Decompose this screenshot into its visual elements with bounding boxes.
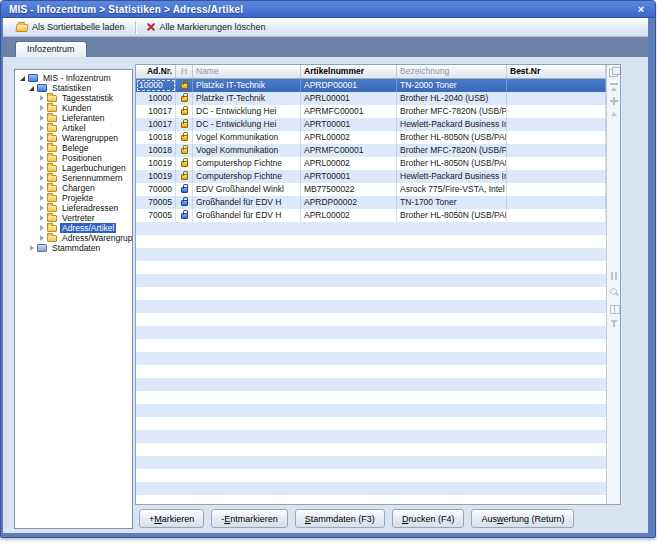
collapse-arrow-icon[interactable]	[38, 144, 46, 152]
toolbar: Als Sortiertabelle laden Alle Markierung…	[3, 18, 648, 37]
folder-icon	[47, 165, 57, 172]
tree-item-mis-infozentrum[interactable]: MIS - Infozentrum	[15, 73, 132, 83]
collapse-arrow-icon[interactable]	[38, 114, 46, 122]
table-row[interactable]: 70000 EDV Großhandel Winkl MB77500022 As…	[136, 183, 606, 196]
drucken-button[interactable]: Drucken (F4)	[392, 509, 465, 528]
tab-infozentrum[interactable]: Infozentrum	[15, 41, 87, 57]
filter-icon[interactable]	[609, 319, 619, 329]
table-row[interactable]: 10000 Platzke IT-Technik APRL00001 Broth…	[136, 92, 606, 105]
collapse-arrow-icon[interactable]	[38, 134, 46, 142]
tree-item-stammdaten[interactable]: Stammdaten	[15, 243, 132, 253]
load-sort-table-button[interactable]: Als Sortiertabelle laden	[9, 19, 132, 36]
tree-item-adress-warengruppen[interactable]: Adress/Warengruppen	[15, 233, 132, 243]
tree-item-adress-artikel[interactable]: Adress/Artikel	[15, 223, 132, 233]
expand-arrow-icon[interactable]	[19, 74, 27, 82]
expand-arrow-icon[interactable]	[28, 84, 36, 92]
tree-item-warengruppen[interactable]: Warengruppen	[15, 133, 132, 143]
markieren-button[interactable]: + Markieren	[139, 509, 204, 528]
grid-view-icon[interactable]	[609, 304, 619, 314]
collapse-arrow-icon[interactable]	[38, 94, 46, 102]
auswertung-button[interactable]: Auswertung (Return)	[471, 509, 574, 528]
folder-icon	[47, 235, 57, 242]
insert-icon[interactable]	[609, 96, 619, 106]
clear-marks-label: Alle Markierungen löschen	[160, 22, 266, 32]
stammdaten-button[interactable]: Stammdaten (F3)	[295, 509, 385, 528]
collapse-arrow-icon[interactable]	[38, 154, 46, 162]
freeze-columns-icon[interactable]	[609, 271, 619, 281]
folder-icon	[47, 95, 57, 102]
tree-item-chargen[interactable]: Chargen	[15, 183, 132, 193]
table-row[interactable]: 10018 Vogel Kommunikation APRL00002 Brot…	[136, 131, 606, 144]
table-row[interactable]: 70005 Großhandel für EDV H APRL00002 Bro…	[136, 209, 606, 222]
column-chooser-icon[interactable]	[609, 67, 619, 77]
column-header-bezeichnung[interactable]: Bezeichnung	[397, 65, 507, 78]
folder-icon	[47, 195, 57, 202]
table-row[interactable]: 10017 DC - Entwicklung Hei APRMFC00001 B…	[136, 105, 606, 118]
app-icon	[37, 84, 47, 92]
tree-item-lieferadressen[interactable]: Lieferadressen	[15, 203, 132, 213]
collapse-arrow-icon[interactable]	[38, 104, 46, 112]
table-row[interactable]: 10019 Computershop Fichtne APRL00002 Bro…	[136, 157, 606, 170]
tree-item-kunden[interactable]: Kunden	[15, 103, 132, 113]
load-sort-table-label: Als Sortiertabelle laden	[32, 22, 125, 32]
collapse-arrow-icon[interactable]	[38, 164, 46, 172]
empty-rows-area	[136, 222, 606, 504]
lock-icon	[181, 200, 188, 206]
collapse-arrow-icon[interactable]	[38, 184, 46, 192]
lock-icon	[181, 213, 188, 219]
collapse-arrow-icon[interactable]	[38, 234, 46, 242]
lock-icon	[181, 174, 188, 180]
collapse-arrow-icon[interactable]	[38, 124, 46, 132]
lock-icon	[181, 187, 188, 193]
tree-item-statistiken[interactable]: Statistiken	[15, 83, 132, 93]
navigation-tree: MIS - Infozentrum Statistiken Tagesstati…	[14, 69, 133, 529]
collapse-arrow-icon[interactable]	[38, 194, 46, 202]
collapse-arrow-icon[interactable]	[28, 244, 36, 252]
table-row[interactable]: 10017 DC - Entwicklung Hei APRT00001 Hew…	[136, 118, 606, 131]
column-header-name[interactable]: Name	[193, 65, 301, 78]
tab-band: Infozentrum	[3, 37, 648, 57]
scroll-top-icon[interactable]	[609, 83, 619, 93]
app-icon	[28, 74, 38, 82]
lock-icon	[181, 148, 188, 154]
collapse-arrow-icon[interactable]	[38, 214, 46, 222]
tree-item-seriennummern[interactable]: Seriennummern	[15, 173, 132, 183]
search-icon[interactable]	[609, 287, 619, 297]
folder-icon	[47, 225, 57, 232]
column-header-artikelnummer[interactable]: Artikelnummer	[301, 65, 397, 78]
clear-marks-button[interactable]: Alle Markierungen löschen	[139, 19, 273, 36]
entmarkieren-button[interactable]: - Entmarkieren	[211, 509, 288, 528]
column-header-bestnr[interactable]: Best.Nr	[507, 65, 606, 78]
collapse-arrow-icon[interactable]	[38, 204, 46, 212]
table-row[interactable]: 10000 Platzke IT-Technik APRDP00001 TN-2…	[136, 79, 606, 92]
collapse-arrow-icon[interactable]	[38, 174, 46, 182]
tree-item-tagesstatistik[interactable]: Tagesstatistik	[15, 93, 132, 103]
folder-icon	[47, 175, 57, 182]
tree-item-lagerbuchungen[interactable]: Lagerbuchungen	[15, 163, 132, 173]
folder-icon	[47, 115, 57, 122]
toolbar-separator	[135, 21, 136, 34]
lock-icon	[181, 83, 188, 89]
table-row[interactable]: 70005 Großhandel für EDV H APRDP00002 TN…	[136, 196, 606, 209]
table-row[interactable]: 10018 Vogel Kommunikation APRMFC00001 Br…	[136, 144, 606, 157]
tree-item-projekte[interactable]: Projekte	[15, 193, 132, 203]
tree-item-artikel[interactable]: Artikel	[15, 123, 132, 133]
table-row[interactable]: 10019 Computershop Fichtne APRT00001 Hew…	[136, 170, 606, 183]
folder-icon	[47, 125, 57, 132]
content-area: MIS - Infozentrum Statistiken Tagesstati…	[3, 57, 648, 533]
close-icon[interactable]: ×	[634, 2, 648, 16]
column-header-h[interactable]: H	[176, 65, 193, 78]
scroll-up-icon[interactable]	[609, 109, 619, 119]
column-header-adnr[interactable]: Ad.Nr.	[136, 65, 176, 78]
folder-icon	[47, 145, 57, 152]
tree-item-belege[interactable]: Belege	[15, 143, 132, 153]
tree-item-vertreter[interactable]: Vertreter	[15, 213, 132, 223]
folder-icon	[47, 155, 57, 162]
collapse-arrow-icon[interactable]	[38, 224, 46, 232]
folder-icon	[47, 185, 57, 192]
lock-icon	[181, 161, 188, 167]
tree-item-lieferanten[interactable]: Lieferanten	[15, 113, 132, 123]
title-bar: MIS - Infozentrum > Statistiken > Adress…	[1, 1, 655, 18]
tree-item-positionen[interactable]: Positionen	[15, 153, 132, 163]
folder-icon	[47, 105, 57, 112]
